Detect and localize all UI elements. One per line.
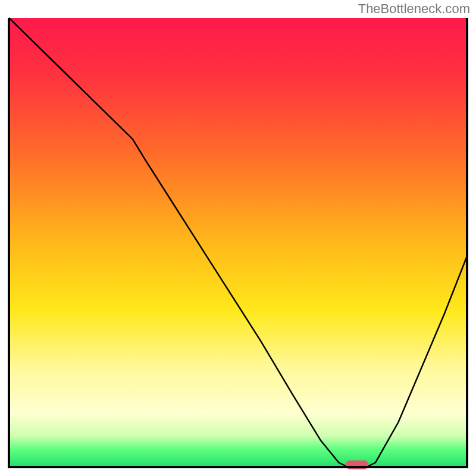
bottleneck-chart	[0, 0, 476, 476]
chart-container: TheBottleneck.com	[0, 0, 476, 476]
watermark-text: TheBottleneck.com	[358, 1, 470, 17]
